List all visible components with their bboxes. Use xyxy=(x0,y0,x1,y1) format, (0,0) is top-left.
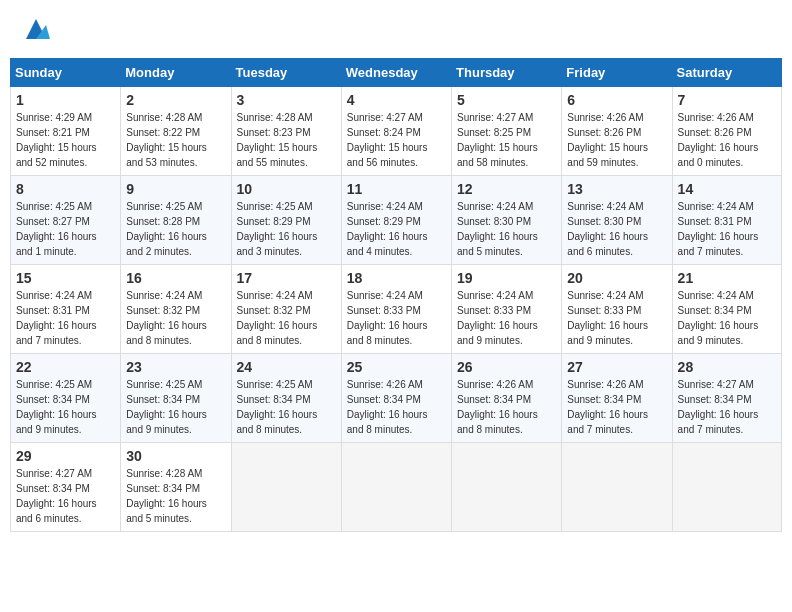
day-info: Sunrise: 4:24 AMSunset: 8:33 PMDaylight:… xyxy=(347,288,446,348)
day-info: Sunrise: 4:24 AMSunset: 8:34 PMDaylight:… xyxy=(678,288,776,348)
day-info: Sunrise: 4:24 AMSunset: 8:32 PMDaylight:… xyxy=(237,288,336,348)
day-number: 8 xyxy=(16,181,115,197)
day-info: Sunrise: 4:24 AMSunset: 8:32 PMDaylight:… xyxy=(126,288,225,348)
calendar-cell: 11 Sunrise: 4:24 AMSunset: 8:29 PMDaylig… xyxy=(341,176,451,265)
calendar-cell: 15 Sunrise: 4:24 AMSunset: 8:31 PMDaylig… xyxy=(11,265,121,354)
calendar-cell: 8 Sunrise: 4:25 AMSunset: 8:27 PMDayligh… xyxy=(11,176,121,265)
day-number: 6 xyxy=(567,92,666,108)
day-info: Sunrise: 4:25 AMSunset: 8:27 PMDaylight:… xyxy=(16,199,115,259)
calendar-cell: 13 Sunrise: 4:24 AMSunset: 8:30 PMDaylig… xyxy=(562,176,672,265)
logo xyxy=(20,15,50,43)
day-number: 2 xyxy=(126,92,225,108)
calendar-cell: 9 Sunrise: 4:25 AMSunset: 8:28 PMDayligh… xyxy=(121,176,231,265)
calendar-cell xyxy=(672,443,781,532)
calendar-cell: 5 Sunrise: 4:27 AMSunset: 8:25 PMDayligh… xyxy=(452,87,562,176)
calendar-cell: 6 Sunrise: 4:26 AMSunset: 8:26 PMDayligh… xyxy=(562,87,672,176)
calendar-cell: 3 Sunrise: 4:28 AMSunset: 8:23 PMDayligh… xyxy=(231,87,341,176)
calendar-cell: 19 Sunrise: 4:24 AMSunset: 8:33 PMDaylig… xyxy=(452,265,562,354)
day-number: 24 xyxy=(237,359,336,375)
calendar-cell xyxy=(562,443,672,532)
calendar-cell: 18 Sunrise: 4:24 AMSunset: 8:33 PMDaylig… xyxy=(341,265,451,354)
calendar-cell xyxy=(452,443,562,532)
col-header-thursday: Thursday xyxy=(452,59,562,87)
col-header-friday: Friday xyxy=(562,59,672,87)
day-info: Sunrise: 4:28 AMSunset: 8:34 PMDaylight:… xyxy=(126,466,225,526)
calendar-cell: 28 Sunrise: 4:27 AMSunset: 8:34 PMDaylig… xyxy=(672,354,781,443)
day-info: Sunrise: 4:25 AMSunset: 8:29 PMDaylight:… xyxy=(237,199,336,259)
day-number: 12 xyxy=(457,181,556,197)
day-info: Sunrise: 4:26 AMSunset: 8:26 PMDaylight:… xyxy=(567,110,666,170)
day-number: 10 xyxy=(237,181,336,197)
calendar-cell: 4 Sunrise: 4:27 AMSunset: 8:24 PMDayligh… xyxy=(341,87,451,176)
calendar-cell: 20 Sunrise: 4:24 AMSunset: 8:33 PMDaylig… xyxy=(562,265,672,354)
day-number: 28 xyxy=(678,359,776,375)
day-number: 7 xyxy=(678,92,776,108)
calendar-cell: 27 Sunrise: 4:26 AMSunset: 8:34 PMDaylig… xyxy=(562,354,672,443)
col-header-monday: Monday xyxy=(121,59,231,87)
calendar-cell: 2 Sunrise: 4:28 AMSunset: 8:22 PMDayligh… xyxy=(121,87,231,176)
day-number: 20 xyxy=(567,270,666,286)
logo-icon xyxy=(22,15,50,43)
day-info: Sunrise: 4:24 AMSunset: 8:31 PMDaylight:… xyxy=(16,288,115,348)
day-info: Sunrise: 4:27 AMSunset: 8:25 PMDaylight:… xyxy=(457,110,556,170)
day-number: 15 xyxy=(16,270,115,286)
calendar-cell: 25 Sunrise: 4:26 AMSunset: 8:34 PMDaylig… xyxy=(341,354,451,443)
col-header-wednesday: Wednesday xyxy=(341,59,451,87)
day-number: 23 xyxy=(126,359,225,375)
day-info: Sunrise: 4:24 AMSunset: 8:30 PMDaylight:… xyxy=(457,199,556,259)
calendar-cell: 16 Sunrise: 4:24 AMSunset: 8:32 PMDaylig… xyxy=(121,265,231,354)
day-number: 21 xyxy=(678,270,776,286)
day-info: Sunrise: 4:25 AMSunset: 8:34 PMDaylight:… xyxy=(237,377,336,437)
col-header-saturday: Saturday xyxy=(672,59,781,87)
day-info: Sunrise: 4:25 AMSunset: 8:34 PMDaylight:… xyxy=(126,377,225,437)
day-info: Sunrise: 4:24 AMSunset: 8:31 PMDaylight:… xyxy=(678,199,776,259)
day-number: 19 xyxy=(457,270,556,286)
day-number: 11 xyxy=(347,181,446,197)
calendar-cell: 24 Sunrise: 4:25 AMSunset: 8:34 PMDaylig… xyxy=(231,354,341,443)
day-number: 14 xyxy=(678,181,776,197)
calendar-table: SundayMondayTuesdayWednesdayThursdayFrid… xyxy=(10,58,782,532)
page-header xyxy=(10,10,782,48)
day-info: Sunrise: 4:25 AMSunset: 8:28 PMDaylight:… xyxy=(126,199,225,259)
calendar-cell xyxy=(341,443,451,532)
day-info: Sunrise: 4:26 AMSunset: 8:34 PMDaylight:… xyxy=(567,377,666,437)
day-info: Sunrise: 4:25 AMSunset: 8:34 PMDaylight:… xyxy=(16,377,115,437)
col-header-tuesday: Tuesday xyxy=(231,59,341,87)
calendar-cell: 14 Sunrise: 4:24 AMSunset: 8:31 PMDaylig… xyxy=(672,176,781,265)
calendar-cell: 26 Sunrise: 4:26 AMSunset: 8:34 PMDaylig… xyxy=(452,354,562,443)
calendar-cell: 17 Sunrise: 4:24 AMSunset: 8:32 PMDaylig… xyxy=(231,265,341,354)
day-number: 9 xyxy=(126,181,225,197)
day-number: 5 xyxy=(457,92,556,108)
day-info: Sunrise: 4:24 AMSunset: 8:33 PMDaylight:… xyxy=(567,288,666,348)
day-number: 25 xyxy=(347,359,446,375)
day-number: 26 xyxy=(457,359,556,375)
day-number: 1 xyxy=(16,92,115,108)
calendar-cell: 1 Sunrise: 4:29 AMSunset: 8:21 PMDayligh… xyxy=(11,87,121,176)
calendar-cell: 10 Sunrise: 4:25 AMSunset: 8:29 PMDaylig… xyxy=(231,176,341,265)
day-info: Sunrise: 4:24 AMSunset: 8:29 PMDaylight:… xyxy=(347,199,446,259)
day-number: 30 xyxy=(126,448,225,464)
day-info: Sunrise: 4:28 AMSunset: 8:23 PMDaylight:… xyxy=(237,110,336,170)
calendar-cell: 30 Sunrise: 4:28 AMSunset: 8:34 PMDaylig… xyxy=(121,443,231,532)
day-info: Sunrise: 4:27 AMSunset: 8:34 PMDaylight:… xyxy=(16,466,115,526)
day-info: Sunrise: 4:26 AMSunset: 8:34 PMDaylight:… xyxy=(347,377,446,437)
day-number: 22 xyxy=(16,359,115,375)
calendar-cell: 22 Sunrise: 4:25 AMSunset: 8:34 PMDaylig… xyxy=(11,354,121,443)
day-number: 13 xyxy=(567,181,666,197)
day-number: 29 xyxy=(16,448,115,464)
calendar-cell: 29 Sunrise: 4:27 AMSunset: 8:34 PMDaylig… xyxy=(11,443,121,532)
day-info: Sunrise: 4:26 AMSunset: 8:26 PMDaylight:… xyxy=(678,110,776,170)
calendar-cell: 23 Sunrise: 4:25 AMSunset: 8:34 PMDaylig… xyxy=(121,354,231,443)
day-info: Sunrise: 4:26 AMSunset: 8:34 PMDaylight:… xyxy=(457,377,556,437)
day-number: 18 xyxy=(347,270,446,286)
day-info: Sunrise: 4:28 AMSunset: 8:22 PMDaylight:… xyxy=(126,110,225,170)
calendar-cell: 21 Sunrise: 4:24 AMSunset: 8:34 PMDaylig… xyxy=(672,265,781,354)
day-info: Sunrise: 4:27 AMSunset: 8:24 PMDaylight:… xyxy=(347,110,446,170)
day-number: 27 xyxy=(567,359,666,375)
calendar-cell: 7 Sunrise: 4:26 AMSunset: 8:26 PMDayligh… xyxy=(672,87,781,176)
day-number: 16 xyxy=(126,270,225,286)
day-info: Sunrise: 4:29 AMSunset: 8:21 PMDaylight:… xyxy=(16,110,115,170)
day-number: 3 xyxy=(237,92,336,108)
calendar-cell xyxy=(231,443,341,532)
day-number: 4 xyxy=(347,92,446,108)
